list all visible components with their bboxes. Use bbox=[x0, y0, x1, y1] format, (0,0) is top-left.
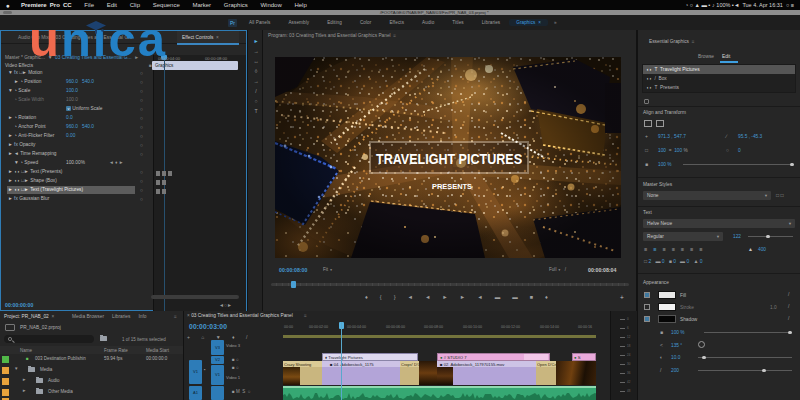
svg-text:TRAVELIGHT PICTURES: TRAVELIGHT PICTURES bbox=[376, 151, 522, 167]
svg-text:PRESENTS: PRESENTS bbox=[432, 182, 472, 191]
